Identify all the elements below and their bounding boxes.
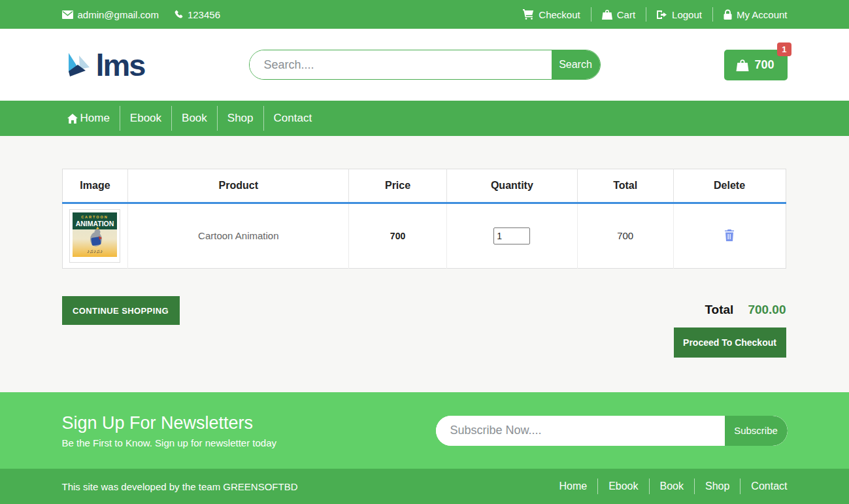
nav-item-label: Home [80,112,110,125]
topbar-link-my-account[interactable]: My Account [713,9,788,20]
product-image-notes: ♪♫♪♫♪ [87,248,103,254]
newsletter-form: Subscribe [436,416,788,446]
column-header-total: Total [577,169,673,203]
logo[interactable]: lms [62,46,199,83]
product-name: Cartoon Animation [198,230,278,241]
header: lms Search 700 1 [0,29,849,101]
cart-table: Image Product Price Quantity Total Delet… [62,169,786,269]
nav-item-book[interactable]: Book [172,112,217,125]
topbar-link-label: Cart [617,9,635,20]
main-nav: Home Ebook Book Shop Contact [0,101,849,136]
search-input[interactable] [250,50,552,79]
subscribe-button[interactable]: Subscribe [725,416,788,446]
header-cart-total: 700 [754,58,774,72]
footer-credit: This site was developed by the team GREE… [62,481,298,492]
nav-item-contact[interactable]: Contact [264,112,322,125]
delete-item-button[interactable] [723,228,736,244]
topbar-email: admin@gmail.com [62,9,159,20]
topbar-link-logout[interactable]: Logout [646,9,712,20]
subscribe-input[interactable] [436,416,725,446]
bag-icon [602,9,612,20]
cart-page: Image Product Price Quantity Total Delet… [0,136,849,392]
topbar-phone-text: 123456 [188,9,220,20]
product-price: 700 [390,231,405,241]
column-header-price: Price [349,169,447,203]
nav-item-ebook[interactable]: Ebook [120,112,171,125]
cart-table-header-row: Image Product Price Quantity Total Delet… [62,169,786,203]
nav-item-label: Shop [227,112,254,125]
nav-item-home[interactable]: Home [62,112,120,125]
product-image: CARTOON ANIMATION ♪♫♪♫♪ [69,209,120,263]
envelope-icon [62,10,73,19]
total-label: Total [705,303,733,317]
bag-icon [736,59,749,71]
newsletter-text: Sign Up For Newsletters Be the First to … [62,413,277,448]
row-total: 700 [617,230,633,241]
lock-icon [724,9,732,20]
newsletter-section: Sign Up For Newsletters Be the First to … [0,392,849,469]
newsletter-title: Sign Up For Newsletters [62,413,277,433]
footer-link-shop[interactable]: Shop [695,480,740,492]
continue-shopping-button[interactable]: CONTINUE SHOPPING [62,296,180,325]
search-form: Search [249,50,601,80]
home-icon [67,114,78,124]
topbar-link-label: Checkout [539,9,580,20]
column-header-product: Product [128,169,349,203]
footer-links: Home Ebook Book Shop Contact [548,479,787,494]
newsletter-subtitle: Be the First to Know. Sign up for newsle… [62,437,277,448]
cart-table-row: CARTOON ANIMATION ♪♫♪♫♪ Cartoon An [62,203,786,269]
nav-item-label: Ebook [130,112,161,125]
search-button[interactable]: Search [552,50,600,79]
header-cart-button[interactable]: 700 1 [724,50,787,80]
phone-icon [173,10,183,20]
topbar: admin@gmail.com 123456 Checkout Cart Log… [0,0,849,29]
total-value: 700.00 [748,303,786,317]
quantity-input[interactable] [493,227,530,244]
logout-icon [657,10,667,20]
topbar-phone: 123456 [173,9,220,20]
footer: This site was developed by the team GREE… [0,469,849,504]
column-header-quantity: Quantity [446,169,577,203]
product-image-text-line2: ANIMATION [76,220,114,227]
product-image-text-line1: CARTOON [82,215,109,219]
topbar-email-text: admin@gmail.com [78,9,159,20]
topbar-link-cart[interactable]: Cart [591,9,646,20]
footer-link-book[interactable]: Book [650,480,694,492]
nav-item-label: Book [182,112,207,125]
column-header-image: Image [62,169,128,203]
logo-play-icon [62,46,93,83]
footer-link-ebook[interactable]: Ebook [598,480,648,492]
logo-text: lms [96,47,145,83]
cart-summary: Total 700.00 Proceed To Checkout [674,296,786,358]
nav-item-shop[interactable]: Shop [218,112,263,125]
footer-link-contact[interactable]: Contact [741,480,787,492]
proceed-to-checkout-button[interactable]: Proceed To Checkout [674,328,786,358]
cart-count-badge: 1 [777,42,791,57]
footer-link-home[interactable]: Home [548,480,597,492]
trash-icon [724,229,735,241]
cart-icon [523,9,534,20]
topbar-link-label: My Account [737,9,788,20]
column-header-delete: Delete [673,169,786,203]
topbar-link-label: Logout [672,9,702,20]
topbar-link-checkout[interactable]: Checkout [512,9,590,20]
nav-item-label: Contact [274,112,312,125]
